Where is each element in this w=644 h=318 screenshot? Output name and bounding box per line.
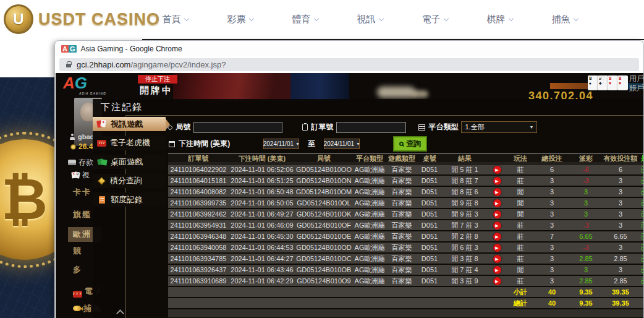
play-video-button[interactable]: ▶ (493, 266, 501, 274)
chevron-down-icon (248, 16, 253, 21)
cell-platform: AG歐洲廳 (352, 176, 387, 186)
cell-valid: 39.35 (602, 299, 639, 307)
cell-payout: 9.35 (570, 299, 602, 307)
play-video-button[interactable]: ▶ (493, 255, 501, 263)
site-logo[interactable]: U USDT CASINO (4, 4, 160, 34)
screen: U USDT CASINO 首頁彩票體育視訊電子棋牌捕魚 ₿ AG Asia G… (0, 0, 644, 318)
cell-play: ▶ (487, 176, 507, 186)
nav-item-2[interactable]: 彩票 (208, 14, 273, 25)
cell-platform: AG歐洲廳 (352, 221, 387, 230)
cell-status: 已 (639, 265, 644, 275)
col-header-method: 玩法 (507, 154, 534, 163)
panel-menu-item-5[interactable]: 額度記錄 (93, 192, 166, 207)
play-video-button[interactable]: ▶ (493, 221, 501, 230)
lock-icon (66, 64, 71, 67)
cell-order: 241101063999735 (168, 199, 229, 207)
lobby-menu-item[interactable]: 多 (73, 264, 82, 275)
panel-menu-item-4[interactable]: 積分查詢 (93, 174, 166, 188)
order-input[interactable] (336, 122, 406, 133)
cell-play: ▶ (487, 265, 507, 275)
play-video-button[interactable]: ▶ (493, 188, 501, 196)
filter-row-1: ◇ 局號 訂單號 平台類型 1.全部 ▼ (167, 121, 537, 133)
cell-payout: 2.85 (570, 255, 602, 262)
date-from-picker[interactable]: 2024/11/01 ▼ (263, 139, 299, 149)
cell-table: D051 (417, 244, 443, 251)
lobby-menu-item[interactable]: 旗艦 (73, 209, 91, 220)
platform-select[interactable]: 1.全部 ▼ (461, 121, 537, 133)
cell-payout: 6.65 (570, 233, 602, 240)
cell-status: 已 (639, 243, 644, 252)
panel-menu-item-2[interactable]: 777電子老虎機 (93, 136, 166, 150)
nav-item-7[interactable]: 捕魚 (532, 14, 597, 25)
user-balance: 26.4 (78, 142, 93, 151)
cell-table: D051 (417, 177, 443, 184)
cell-time: 2024-11-01 06:42:29 (229, 277, 295, 285)
nav-item-label: 視訊 (357, 14, 376, 24)
nav-item-1[interactable]: 首頁 (143, 14, 208, 25)
play-video-button[interactable]: ▶ (493, 177, 501, 185)
nav-item-3[interactable]: 體育 (273, 14, 337, 25)
site-header: U USDT CASINO 首頁彩票體育視訊電子棋牌捕魚 (0, 0, 644, 39)
search-button[interactable]: 查詢 (393, 136, 427, 152)
coin-icon (70, 144, 76, 150)
cell-method: 閒 (507, 265, 534, 275)
cell-method: 小計 (507, 288, 534, 297)
lobby-menu-item[interactable]: 競 (73, 246, 82, 257)
cell-table: D051 (417, 233, 443, 240)
stop-bet-banner: 停止下注 (138, 75, 177, 84)
lobby-menu-item[interactable]: 卡卡 (73, 187, 91, 198)
table-row: 2411010640080822024-11-01 06:50:48GD0512… (168, 187, 644, 197)
cell-round: GD05124B010OM (295, 188, 352, 196)
play-video-button[interactable]: ▶ (493, 199, 501, 207)
cell-result: 閒 7 莊 4 (443, 265, 487, 275)
play-video-button[interactable]: ▶ (493, 277, 501, 285)
play-video-button[interactable]: ▶ (493, 244, 501, 252)
date-to-picker[interactable]: 2024/11/01 ▼ (324, 139, 360, 149)
cell-platform: AG歐洲廳 (352, 265, 387, 275)
video-red-wall (173, 73, 290, 101)
table-row: 2411010639264372024-11-01 06:43:46GD0512… (168, 265, 644, 275)
platform-list-icon (418, 124, 425, 131)
panel-menu-item-3[interactable]: 桌面遊戲 (93, 155, 166, 169)
play-video-button[interactable]: ▶ (493, 210, 501, 218)
opening-status: 開牌中 (140, 85, 173, 97)
user-name-row: gbac (69, 133, 94, 140)
cell-game: 百家樂 (387, 254, 417, 264)
nav-item-4[interactable]: 視訊 (337, 14, 402, 25)
table-row: 2411010639924622024-11-01 06:49:27GD0512… (168, 209, 644, 219)
video-lobby-item[interactable]: 視 (72, 170, 90, 181)
table-row: 2411010640229022024-11-01 06:52:06GD0512… (168, 165, 644, 174)
video-cards-icon: ♠ (97, 120, 107, 128)
video-highlight-2 (411, 90, 428, 98)
cell-game: 百家樂 (387, 221, 417, 230)
play-video-button[interactable]: ▶ (493, 233, 501, 241)
cell-round: GD05124B010OC (295, 255, 352, 262)
nav-item-6[interactable]: 棋牌 (467, 14, 532, 25)
quota-doc-icon (99, 196, 105, 204)
lobby-menu-label: 歐洲 (73, 230, 91, 239)
round-input[interactable] (193, 122, 282, 133)
cell-result: 閒 8 莊 6 (443, 187, 487, 197)
url-domain: gci.2hhapi.com (77, 60, 130, 69)
cell-play: ▶ (487, 243, 507, 252)
cell-method: 莊 (507, 165, 534, 174)
play-video-button[interactable]: ▶ (493, 166, 501, 174)
cell-game: 百家樂 (387, 232, 417, 241)
cell-platform: AG歐洲廳 (352, 232, 387, 241)
cell-result: 閒 8 莊 7 (443, 176, 487, 186)
cell-bet: 3 (534, 177, 570, 184)
col-header-platform: 平台類型 (352, 154, 387, 163)
cell-status: 已 (639, 165, 644, 174)
right-edge-label: 賬戶 (629, 84, 644, 93)
cell-bet: 40 (534, 288, 570, 296)
cell-time: 2024-11-01 06:43:46 (229, 266, 295, 273)
deposit-button[interactable]: 存款 (68, 157, 93, 168)
panel-menu-item-1[interactable]: ♠視訊遊戲 (93, 117, 166, 131)
window-titlebar[interactable]: AG Asia Gaming - Google Chrome (55, 41, 643, 56)
total-row: 總計409.3539.35 (168, 298, 644, 308)
nav-item-5[interactable]: 電子 (402, 14, 467, 25)
cell-valid: 2.85 (602, 255, 639, 262)
url-bar[interactable]: gci.2hhapi.com/agingame/pcv2/index.jsp? (59, 58, 639, 71)
cell-valid: 3 (602, 221, 639, 229)
calendar-icon (169, 141, 175, 147)
